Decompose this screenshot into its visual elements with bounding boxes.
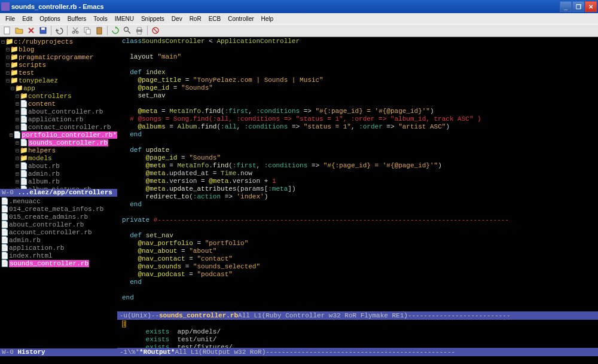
code-line[interactable]: # @songs = Song.find(:all, :conditions =… — [122, 115, 593, 123]
tree-item[interactable]: ⊟📁controllers — [0, 92, 117, 100]
buffer-list-item[interactable]: 📄sounds_controller.rb — [0, 259, 117, 267]
new-file-icon[interactable] — [2, 25, 13, 36]
menu-imenu[interactable]: IMENU — [112, 14, 137, 23]
modeline-position: All L1 — [238, 312, 262, 319]
code-line[interactable]: end — [122, 201, 593, 209]
code-line[interactable]: @meta.update_attributes(params[:meta]) — [122, 185, 593, 193]
code-line[interactable] — [122, 45, 593, 53]
code-line[interactable]: classSoundsController < ApplicationContr… — [122, 38, 593, 45]
menu-options[interactable]: Options — [36, 14, 63, 23]
tree-item[interactable]: ⊞📄portfolio_controller.rb* — [0, 131, 117, 139]
tree-item[interactable]: ⊟📁blog — [0, 45, 117, 53]
menu-edit[interactable]: Edit — [19, 14, 35, 23]
buffer-list-item[interactable]: 📄admin.rb — [0, 236, 117, 244]
code-line[interactable]: redirect_to(:action => 'index') — [122, 193, 593, 201]
tree-item[interactable]: ⊟📁pragmaticprogrammer — [0, 53, 117, 61]
code-line[interactable] — [122, 139, 593, 146]
copy-icon[interactable] — [82, 25, 93, 36]
code-line[interactable]: end — [122, 131, 593, 139]
toolbar — [0, 24, 598, 37]
code-line[interactable]: @nav_sounds = "sounds_selected" — [122, 263, 593, 271]
menu-buffers[interactable]: Buffers — [65, 14, 90, 23]
minimize-button[interactable]: _ — [560, 1, 572, 12]
menu-dev[interactable]: Dev — [169, 14, 185, 23]
tree-item[interactable]: ⊟📁app — [0, 84, 117, 92]
tree-item[interactable]: ⊟📁scripts — [0, 61, 117, 69]
buffer-list-item[interactable]: 📄.menuacc — [0, 197, 117, 205]
tree-item[interactable]: ⊞📄about.rb — [0, 162, 117, 170]
code-line[interactable]: end — [122, 294, 593, 302]
cancel-icon[interactable] — [150, 25, 161, 36]
svg-line-7 — [74, 27, 78, 32]
buffer-list-item[interactable]: 📄application.rb — [0, 244, 117, 252]
menu-help[interactable]: Help — [258, 14, 277, 23]
code-line[interactable]: @page_title = "TonyPelaez.com | Sounds |… — [122, 77, 593, 84]
code-line[interactable]: private #-------------------------------… — [122, 216, 593, 224]
code-line[interactable]: @nav_portfolio = "portfolio" — [122, 240, 593, 247]
code-line[interactable]: def set_nav — [122, 232, 593, 240]
code-line[interactable]: end — [122, 279, 593, 286]
buffer-list-item[interactable]: 📄account_controller.rb — [0, 228, 117, 236]
code-line[interactable]: def index — [122, 69, 593, 77]
cut-icon[interactable] — [70, 25, 81, 36]
menu-tools[interactable]: Tools — [90, 14, 110, 23]
title-bar: sounds_controller.rb - Emacs _ ❐ ✕ — [0, 0, 598, 13]
tree-item[interactable]: ⊞📄album.rb — [0, 178, 117, 185]
code-line[interactable]: @meta = MetaInfo.find(:first, :condition… — [122, 108, 593, 115]
tree-item[interactable]: ⊞📄application.rb — [0, 115, 117, 123]
code-line[interactable]: @nav_podcast = "podcast" — [122, 271, 593, 279]
print-icon[interactable] — [134, 25, 145, 36]
code-line[interactable]: def update — [122, 146, 593, 154]
code-line[interactable]: @meta.version = @meta.version + 1 — [122, 178, 593, 185]
tree-item[interactable]: ⊟📁tonypelaez — [0, 77, 117, 84]
maximize-button[interactable]: ❐ — [572, 1, 584, 12]
svg-rect-12 — [98, 27, 100, 28]
undo-icon[interactable] — [54, 25, 65, 36]
menu-ror[interactable]: RoR — [187, 14, 205, 23]
tree-item[interactable]: ⊟📁models — [0, 154, 117, 162]
code-line[interactable]: @albums = Album.find(:all, :conditions =… — [122, 123, 593, 131]
code-line[interactable]: @meta = MetaInfo.find(:first, :condition… — [122, 162, 593, 170]
reread-icon[interactable] — [110, 25, 121, 36]
code-line[interactable]: layout "main" — [122, 53, 593, 61]
tree-item[interactable]: ⊟📁c:/rubyprojects — [0, 38, 117, 45]
tree-item[interactable]: ⊞📄sounds_controller.rb — [0, 139, 117, 146]
code-line[interactable]: @nav_about = "about" — [122, 247, 593, 255]
history-buffer-list[interactable]: 📄.menuacc📄014_create_meta_infos.rb📄015_c… — [0, 197, 117, 348]
routput-buffer[interactable]: [ exists app/models/ exists test/unit/ e… — [117, 320, 598, 348]
open-folder-icon[interactable] — [14, 25, 25, 36]
code-line[interactable] — [122, 224, 593, 232]
code-line[interactable]: @nav_contact = "contact" — [122, 255, 593, 263]
close-button[interactable]: ✕ — [585, 1, 597, 12]
search-icon[interactable] — [122, 25, 133, 36]
code-line[interactable]: set_nav — [122, 92, 593, 100]
buffer-list-item[interactable]: 📄index.rhtml — [0, 252, 117, 259]
code-line[interactable] — [122, 286, 593, 294]
code-line[interactable]: @page_id = "Sounds" — [122, 154, 593, 162]
save-icon[interactable] — [38, 25, 48, 36]
menu-snippets[interactable]: Snippets — [138, 14, 167, 23]
minibuffer[interactable] — [0, 356, 598, 364]
code-line[interactable] — [122, 100, 593, 108]
code-line[interactable] — [122, 61, 593, 69]
menu-ecb[interactable]: ECB — [206, 14, 224, 23]
code-line[interactable] — [122, 209, 593, 216]
buffer-list-item[interactable]: 📄014_create_meta_infos.rb — [0, 205, 117, 213]
menu-controller[interactable]: Controller — [225, 14, 257, 23]
paste-icon[interactable] — [94, 25, 105, 36]
directory-tree[interactable]: ⊟📁c:/rubyprojects⊟📁blog⊟📁pragmaticprogra… — [0, 37, 117, 189]
menu-file[interactable]: File — [2, 14, 18, 23]
tree-item[interactable]: ⊟📁test — [0, 69, 117, 77]
tree-item[interactable]: ⊟📁helpers — [0, 146, 117, 154]
code-line[interactable]: @page_id = "Sounds" — [122, 84, 593, 92]
tree-item[interactable]: ⊞📄about_controller.rb — [0, 108, 117, 115]
buffer-list-item[interactable]: 📄015_create_admins.rb — [0, 213, 117, 221]
code-line[interactable]: @meta.updated_at = Time.now — [122, 170, 593, 178]
buffer-list-item[interactable]: 📄about_controller.rb — [0, 221, 117, 228]
routput-line: exists test/fixtures/ — [122, 344, 593, 348]
source-buffer[interactable]: classSoundsController < ApplicationContr… — [117, 37, 598, 311]
tree-item[interactable]: ⊞📄contact_controller.rb — [0, 123, 117, 131]
tree-item[interactable]: ⊞📄admin.rb — [0, 170, 117, 178]
kill-buffer-icon[interactable] — [26, 25, 36, 36]
tree-item[interactable]: ⊞📄content — [0, 100, 117, 108]
